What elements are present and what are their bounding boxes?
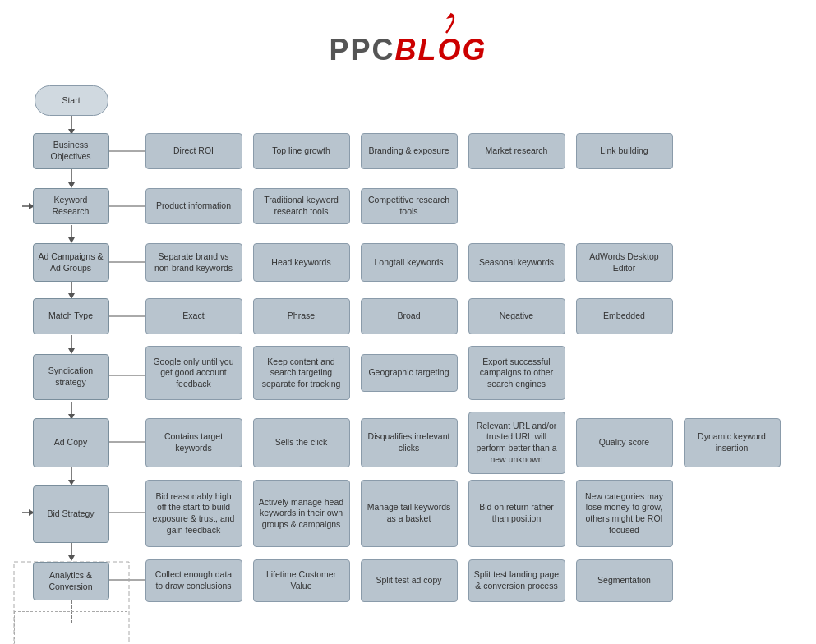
syndication-label: Syndication strategy [39, 366, 104, 388]
manage-tail-box: Manage tail keywords as a basket [361, 480, 458, 547]
quality-score-box: Quality score [576, 418, 673, 467]
collect-enough-box: Collect enough data to draw conclusions [145, 559, 242, 602]
geographic-label: Geographic targeting [368, 367, 449, 379]
sells-click-label: Sells the click [275, 437, 328, 448]
bid-strategy-label: Bid Strategy [47, 508, 94, 520]
collect-enough-label: Collect enough data to draw conclusions [151, 569, 237, 591]
longtail-keywords-box: Longtail keywords [361, 243, 458, 282]
ad-campaigns-label: Ad Campaigns & Ad Groups [39, 251, 104, 274]
svg-marker-16 [68, 555, 75, 561]
top-line-growth-box: Top line growth [253, 133, 350, 169]
direct-roi-label: Direct ROI [173, 145, 214, 157]
embedded-box: Embedded [576, 298, 673, 334]
seasonal-keywords-label: Seasonal keywords [479, 257, 554, 269]
lifetime-customer-label: Lifetime Customer Value [259, 569, 344, 591]
keep-content-label: Keep content and search targeting separa… [259, 356, 344, 390]
adwords-desktop-box: AdWords Desktop Editor [576, 243, 673, 282]
disqualifies-label: Disqualifies irrelevant clicks [367, 431, 452, 453]
segmentation-box: Segmentation [576, 559, 673, 602]
match-type-label: Match Type [48, 310, 93, 322]
seasonal-keywords-box: Seasonal keywords [468, 243, 565, 282]
page-container: PPCBLOG [0, 0, 816, 644]
google-only-label: Google only until you get good account f… [151, 356, 237, 390]
syndication-box: Syndication strategy [33, 354, 109, 400]
bid-strategy-box: Bid Strategy [33, 485, 109, 543]
actively-manage-label: Actively manage head keywords in their o… [259, 497, 344, 531]
head-keywords-box: Head keywords [253, 243, 350, 282]
split-test-ad-box: Split test ad copy [361, 559, 458, 602]
contains-target-box: Contains target keywords [145, 418, 242, 467]
ad-copy-box: Ad Copy [33, 418, 109, 467]
bid-reasonably-label: Bid reasonably high off the start to bui… [151, 491, 237, 536]
embedded-label: Embedded [603, 310, 645, 322]
broad-label: Broad [397, 310, 420, 322]
export-successful-label: Export successful campaigns to other sea… [474, 356, 560, 390]
separate-brand-box: Separate brand vs non-brand keywords [145, 243, 242, 282]
svg-marker-6 [68, 237, 75, 243]
longtail-keywords-label: Longtail keywords [374, 257, 443, 269]
phrase-box: Phrase [253, 298, 350, 334]
relevant-url-box: Relevant URL and/or trusted URL will per… [468, 412, 565, 474]
branding-exposure-box: Branding & exposure [361, 133, 458, 169]
export-successful-box: Export successful campaigns to other sea… [468, 346, 565, 400]
market-research-label: Market research [486, 145, 548, 157]
continuation-box [14, 611, 127, 644]
geographic-box: Geographic targeting [361, 354, 458, 392]
relevant-url-label: Relevant URL and/or trusted URL will per… [474, 421, 560, 466]
product-information-label: Product information [156, 200, 231, 212]
negative-label: Negative [500, 310, 533, 322]
keyword-research-label: Keyword Research [39, 195, 104, 217]
svg-marker-10 [68, 348, 75, 354]
start-label: Start [62, 95, 80, 107]
dynamic-keyword-label: Dynamic keyword insertion [689, 431, 775, 453]
svg-marker-14 [68, 480, 75, 485]
link-building-label: Link building [600, 145, 648, 157]
segmentation-label: Segmentation [597, 575, 651, 586]
top-line-growth-label: Top line growth [272, 145, 330, 157]
head-keywords-label: Head keywords [271, 257, 330, 269]
bid-on-return-box: Bid on return rather than position [468, 480, 565, 547]
contains-target-label: Contains target keywords [151, 431, 237, 453]
svg-marker-4 [68, 182, 75, 188]
keyword-research-box: Keyword Research [33, 188, 109, 224]
keep-content-box: Keep content and search targeting separa… [253, 346, 350, 400]
manage-tail-label: Manage tail keywords as a basket [367, 502, 452, 524]
business-objectives-box: Business Objectives [33, 133, 109, 169]
competitive-research-box: Competitive research tools [361, 188, 458, 224]
google-only-box: Google only until you get good account f… [145, 346, 242, 400]
phrase-label: Phrase [288, 310, 315, 322]
dynamic-keyword-box: Dynamic keyword insertion [684, 418, 781, 467]
exact-box: Exact [145, 298, 242, 334]
lifetime-customer-box: Lifetime Customer Value [253, 559, 350, 602]
separate-brand-label: Separate brand vs non-brand keywords [151, 251, 237, 274]
direct-roi-box: Direct ROI [145, 133, 242, 169]
ad-copy-label: Ad Copy [54, 437, 87, 448]
sells-click-box: Sells the click [253, 418, 350, 467]
bid-reasonably-box: Bid reasonably high off the start to bui… [145, 480, 242, 547]
start-box: Start [35, 85, 108, 116]
traditional-keyword-box: Traditional keyword research tools [253, 188, 350, 224]
exact-label: Exact [182, 310, 204, 322]
logo-ppc: PPC [329, 33, 394, 67]
logo: PPCBLOG [329, 12, 486, 65]
branding-exposure-label: Branding & exposure [368, 145, 449, 157]
analytics-conversion-label: Analytics & Conversion [39, 570, 104, 592]
traditional-keyword-label: Traditional keyword research tools [259, 195, 344, 217]
actively-manage-box: Actively manage head keywords in their o… [253, 480, 350, 547]
market-research-box: Market research [468, 133, 565, 169]
new-categories-label: New categories may lose money to grow, o… [582, 491, 667, 536]
disqualifies-box: Disqualifies irrelevant clicks [361, 418, 458, 467]
product-information-box: Product information [145, 188, 242, 224]
match-type-box: Match Type [33, 298, 109, 334]
split-test-ad-label: Split test ad copy [376, 575, 442, 586]
ad-campaigns-box: Ad Campaigns & Ad Groups [33, 243, 109, 282]
link-building-box: Link building [576, 133, 673, 169]
header: PPCBLOG [8, 8, 808, 69]
quality-score-label: Quality score [599, 437, 649, 448]
business-objectives-label: Business Objectives [39, 140, 104, 162]
split-test-landing-label: Split test landing page & conversion pro… [474, 569, 560, 591]
adwords-desktop-label: AdWords Desktop Editor [582, 251, 667, 274]
competitive-research-label: Competitive research tools [367, 195, 452, 217]
broad-box: Broad [361, 298, 458, 334]
split-test-landing-box: Split test landing page & conversion pro… [468, 559, 565, 602]
